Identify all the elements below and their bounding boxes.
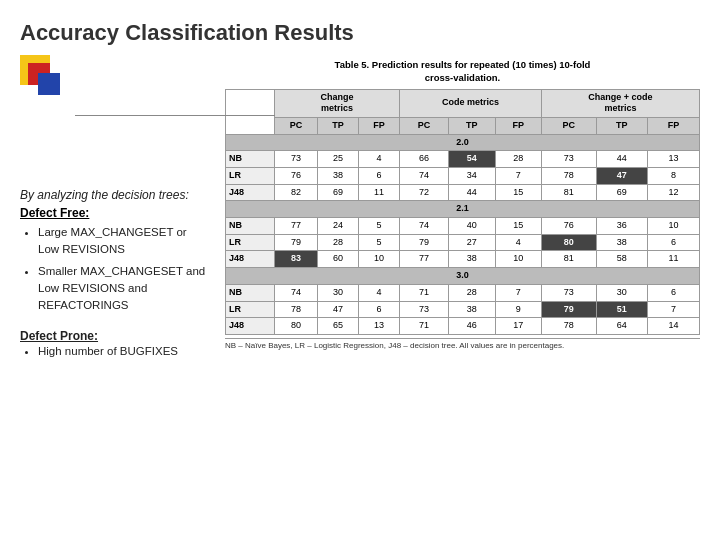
table-row: LR 78 47 6 73 38 9 79 51 7 xyxy=(226,301,700,318)
nb21-cm-pc: 77 xyxy=(274,218,317,235)
table-title: Table 5. Prediction results for repeated… xyxy=(225,58,700,85)
nb30-comb-tp: 30 xyxy=(596,284,648,301)
right-panel: Table 5. Prediction results for repeated… xyxy=(225,58,700,366)
nb20-cm-tp: 25 xyxy=(318,151,359,168)
j4821-cm-pc: 83 xyxy=(274,251,317,268)
lr20-comb-tp: 47 xyxy=(596,168,648,185)
j4821-comb-tp: 58 xyxy=(596,251,648,268)
nb20-cm-fp: 4 xyxy=(359,151,400,168)
algo-j48-20: J48 xyxy=(226,184,275,201)
table-row: NB 73 25 4 66 54 28 73 44 13 xyxy=(226,151,700,168)
algo-nb-21: NB xyxy=(226,218,275,235)
nb30-cm-fp: 4 xyxy=(359,284,400,301)
lr21-cm-fp: 5 xyxy=(359,234,400,251)
bullet2-line1: Smaller MAX_CHANGESET and xyxy=(38,265,205,277)
th-code-metrics: Code metrics xyxy=(400,89,542,117)
j4830-comb-tp: 64 xyxy=(596,318,648,335)
algo-j48-21: J48 xyxy=(226,251,275,268)
j4820-comb-tp: 69 xyxy=(596,184,648,201)
table-row: J48 82 69 11 72 44 15 81 69 12 xyxy=(226,184,700,201)
nb20-code-pc: 66 xyxy=(400,151,449,168)
defect-prone-section: Defect Prone: High number of BUGFIXES xyxy=(20,329,215,360)
results-table: Changemetrics Code metrics Change + code… xyxy=(225,89,700,335)
nb20-code-tp: 54 xyxy=(449,151,495,168)
section-30-header: 3.0 xyxy=(226,268,700,285)
nb20-comb-pc: 73 xyxy=(542,151,597,168)
th-code-fp: FP xyxy=(495,117,542,134)
j4820-cm-pc: 82 xyxy=(274,184,317,201)
table-row: LR 76 38 6 74 34 7 78 47 8 xyxy=(226,168,700,185)
j4821-code-fp: 10 xyxy=(495,251,542,268)
nb30-code-pc: 71 xyxy=(400,284,449,301)
lr21-code-pc: 79 xyxy=(400,234,449,251)
nb21-code-pc: 74 xyxy=(400,218,449,235)
j4830-code-fp: 17 xyxy=(495,318,542,335)
lr30-comb-tp: 51 xyxy=(596,301,648,318)
j4830-cm-tp: 65 xyxy=(318,318,359,335)
nb30-code-tp: 28 xyxy=(449,284,495,301)
nb30-comb-pc: 73 xyxy=(542,284,597,301)
logo-blue xyxy=(38,73,60,95)
lr30-code-pc: 73 xyxy=(400,301,449,318)
page-container: Accuracy Classification Results By analy… xyxy=(0,0,720,540)
th-change-metrics: Changemetrics xyxy=(274,89,399,117)
bullet2-line3: REFACTORINGS xyxy=(38,299,129,311)
lr20-comb-pc: 78 xyxy=(542,168,597,185)
j4821-comb-fp: 11 xyxy=(648,251,700,268)
nb21-comb-fp: 10 xyxy=(648,218,700,235)
table-title-line2: cross-validation. xyxy=(425,72,501,83)
lr20-cm-pc: 76 xyxy=(274,168,317,185)
lr30-cm-pc: 78 xyxy=(274,301,317,318)
defect-free-label: Defect Free: xyxy=(20,206,215,220)
th-comb-tp: TP xyxy=(596,117,648,134)
algo-j48-30: J48 xyxy=(226,318,275,335)
nb30-cm-pc: 74 xyxy=(274,284,317,301)
j4820-cm-tp: 69 xyxy=(318,184,359,201)
algo-nb-20: NB xyxy=(226,151,275,168)
j4830-comb-pc: 78 xyxy=(542,318,597,335)
nb21-comb-tp: 36 xyxy=(596,218,648,235)
nb20-code-fp: 28 xyxy=(495,151,542,168)
j4820-comb-fp: 12 xyxy=(648,184,700,201)
nb21-cm-fp: 5 xyxy=(359,218,400,235)
nb30-comb-fp: 6 xyxy=(648,284,700,301)
th-cm-tp: TP xyxy=(318,117,359,134)
nb20-cm-pc: 73 xyxy=(274,151,317,168)
j4830-code-pc: 71 xyxy=(400,318,449,335)
section-21-header: 2.1 xyxy=(226,201,700,218)
nb21-code-tp: 40 xyxy=(449,218,495,235)
nb21-cm-tp: 24 xyxy=(318,218,359,235)
lr21-comb-fp: 6 xyxy=(648,234,700,251)
j4821-comb-pc: 81 xyxy=(542,251,597,268)
lr21-cm-tp: 28 xyxy=(318,234,359,251)
defect-free-list: Large MAX_CHANGESET or Low REVISIONS Sma… xyxy=(20,224,215,313)
lr30-code-fp: 9 xyxy=(495,301,542,318)
nb30-cm-tp: 30 xyxy=(318,284,359,301)
lr20-comb-fp: 8 xyxy=(648,168,700,185)
algo-lr-20: LR xyxy=(226,168,275,185)
table-title-line1: Table 5. Prediction results for repeated… xyxy=(335,59,591,70)
j4820-code-tp: 44 xyxy=(449,184,495,201)
j4830-cm-pc: 80 xyxy=(274,318,317,335)
j4820-cm-fp: 11 xyxy=(359,184,400,201)
lr20-code-tp: 34 xyxy=(449,168,495,185)
analyzing-text: By analyzing the decision trees: xyxy=(20,188,215,202)
lr20-cm-fp: 6 xyxy=(359,168,400,185)
lr21-code-fp: 4 xyxy=(495,234,542,251)
lr30-code-tp: 38 xyxy=(449,301,495,318)
lr21-cm-pc: 79 xyxy=(274,234,317,251)
th-empty xyxy=(226,89,275,134)
table-row: J48 83 60 10 77 38 10 81 58 11 xyxy=(226,251,700,268)
algo-lr-21: LR xyxy=(226,234,275,251)
list-item-1: Large MAX_CHANGESET or Low REVISIONS xyxy=(38,224,215,257)
lr21-code-tp: 27 xyxy=(449,234,495,251)
j4820-comb-pc: 81 xyxy=(542,184,597,201)
j4830-cm-fp: 13 xyxy=(359,318,400,335)
algo-nb-30: NB xyxy=(226,284,275,301)
lr20-code-pc: 74 xyxy=(400,168,449,185)
lr21-comb-pc: 80 xyxy=(542,234,597,251)
lr30-cm-tp: 47 xyxy=(318,301,359,318)
lr30-comb-fp: 7 xyxy=(648,301,700,318)
main-content: By analyzing the decision trees: Defect … xyxy=(20,58,700,366)
divider-line xyxy=(75,115,275,116)
